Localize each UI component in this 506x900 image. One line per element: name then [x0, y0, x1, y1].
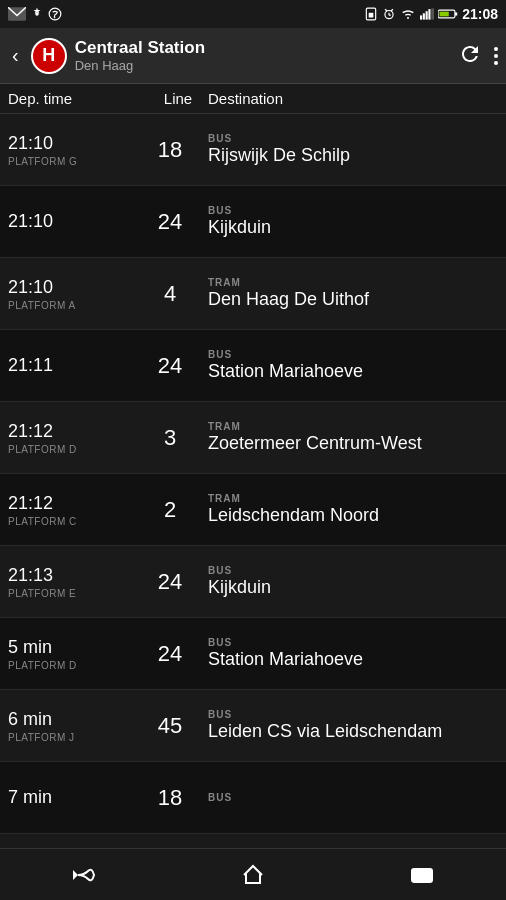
line-number: 45 — [158, 713, 182, 739]
svg-rect-13 — [429, 9, 431, 20]
line-number: 24 — [158, 569, 182, 595]
column-headers: Dep. time Line Destination — [0, 84, 506, 114]
svg-rect-17 — [440, 12, 449, 17]
dep-platform: PLATFORM A — [8, 300, 132, 311]
col-header-dep: Dep. time — [8, 90, 148, 107]
dep-platform: PLATFORM J — [8, 732, 132, 743]
dep-platform: PLATFORM E — [8, 588, 132, 599]
status-icons-left — [8, 7, 62, 21]
line-number: 18 — [158, 137, 182, 163]
departure-row[interactable]: 21:12 PLATFORM D 3 TRAM Zoetermeer Centr… — [0, 402, 506, 474]
status-time: 21:08 — [462, 6, 498, 22]
line-number: 24 — [158, 209, 182, 235]
gmail-icon — [8, 7, 26, 21]
transport-type: TRAM — [208, 493, 498, 504]
line-number: 3 — [164, 425, 176, 451]
line-number: 4 — [164, 281, 176, 307]
more-options-button[interactable] — [494, 47, 498, 65]
dep-line-col: 18 — [140, 114, 200, 185]
dep-time-col: 6 min PLATFORM J — [0, 690, 140, 761]
dep-line-col: 24 — [140, 186, 200, 257]
dep-line-col: 18 — [140, 762, 200, 833]
departure-row[interactable]: 21:11 24 BUS Station Mariahoeve — [0, 330, 506, 402]
dep-platform: PLATFORM C — [8, 516, 132, 527]
dep-time: 7 min — [8, 787, 132, 808]
dep-dest-col: BUS Rijswijk De Schilp — [200, 114, 506, 185]
transport-type: BUS — [208, 349, 498, 360]
dep-time: 6 min — [8, 709, 132, 730]
transport-type: TRAM — [208, 277, 498, 288]
line-number: 24 — [158, 353, 182, 379]
signal-icon — [420, 8, 434, 20]
dep-dest-col: TRAM Leidschendam Noord — [200, 474, 506, 545]
dep-line-col: 2 — [140, 474, 200, 545]
dep-line-col: 24 — [140, 546, 200, 617]
line-number: 18 — [158, 785, 182, 811]
dep-time: 21:11 — [8, 355, 132, 376]
nav-home-button[interactable] — [169, 849, 338, 900]
app-bar: ‹ H Centraal Station Den Haag — [0, 28, 506, 84]
dest-name: Leidschendam Noord — [208, 505, 498, 527]
line-number: 24 — [158, 641, 182, 667]
departure-row[interactable]: 21:10 PLATFORM G 18 BUS Rijswijk De Schi… — [0, 114, 506, 186]
dep-time: 5 min — [8, 637, 132, 658]
dep-dest-col: BUS — [200, 762, 506, 833]
departure-row[interactable]: 21:10 24 BUS Kijkduin — [0, 186, 506, 258]
departure-row[interactable]: 7 min 18 BUS — [0, 762, 506, 834]
transport-type: BUS — [208, 792, 498, 803]
departure-row[interactable]: 6 min PLATFORM J 45 BUS Leiden CS via Le… — [0, 690, 506, 762]
dep-time-col: 21:12 PLATFORM C — [0, 474, 140, 545]
nav-recents-button[interactable] — [337, 849, 506, 900]
dest-name: Zoetermeer Centrum-West — [208, 433, 498, 455]
svg-rect-14 — [431, 8, 434, 19]
nav-bar — [0, 848, 506, 900]
transport-type: BUS — [208, 637, 498, 648]
transport-type: BUS — [208, 133, 498, 144]
dep-dest-col: TRAM Zoetermeer Centrum-West — [200, 402, 506, 473]
departure-row[interactable]: 21:12 PLATFORM C 2 TRAM Leidschendam Noo… — [0, 474, 506, 546]
dep-time-col: 21:11 — [0, 330, 140, 401]
svg-line-8 — [385, 9, 387, 11]
app-bar-subtitle: Den Haag — [75, 58, 450, 73]
dest-name: Den Haag De Uithof — [208, 289, 498, 311]
col-header-line: Line — [148, 90, 208, 107]
departure-row[interactable]: 21:13 PLATFORM E 24 BUS Kijkduin — [0, 546, 506, 618]
dep-time-col: 21:13 PLATFORM E — [0, 546, 140, 617]
app-bar-actions — [458, 42, 498, 70]
sim-icon — [364, 7, 378, 21]
status-icons-right: 21:08 — [364, 6, 498, 22]
dest-name: Kijkduin — [208, 577, 498, 599]
dest-name: Station Mariahoeve — [208, 649, 498, 671]
dep-time: 21:12 — [8, 421, 132, 442]
svg-rect-16 — [455, 12, 457, 15]
dep-time-col: 7 min — [0, 762, 140, 833]
nav-back-button[interactable] — [0, 849, 169, 900]
dep-time-col: 21:10 PLATFORM A — [0, 258, 140, 329]
dep-dest-col: TRAM Den Haag De Uithof — [200, 258, 506, 329]
dep-platform: PLATFORM G — [8, 156, 132, 167]
dep-platform: PLATFORM D — [8, 444, 132, 455]
svg-rect-11 — [423, 13, 425, 19]
dep-dest-col: BUS Leiden CS via Leidschendam — [200, 690, 506, 761]
dep-time-col: 5 min PLATFORM D — [0, 618, 140, 689]
transport-type: BUS — [208, 565, 498, 576]
dep-line-col: 4 — [140, 258, 200, 329]
departure-row[interactable]: 21:10 PLATFORM A 4 TRAM Den Haag De Uith… — [0, 258, 506, 330]
back-button[interactable]: ‹ — [8, 40, 23, 71]
svg-line-9 — [391, 9, 393, 11]
transport-type: BUS — [208, 709, 498, 720]
dep-time: 21:10 — [8, 277, 132, 298]
dep-time: 21:10 — [8, 133, 132, 154]
dep-platform: PLATFORM D — [8, 660, 132, 671]
departure-row[interactable]: 5 min PLATFORM D 24 BUS Station Mariahoe… — [0, 618, 506, 690]
dep-dest-col: BUS Kijkduin — [200, 546, 506, 617]
refresh-button[interactable] — [458, 42, 482, 70]
dest-name: Kijkduin — [208, 217, 498, 239]
svg-rect-12 — [426, 11, 428, 19]
battery-icon — [438, 8, 458, 20]
dep-dest-col: BUS Kijkduin — [200, 186, 506, 257]
app-bar-titles: Centraal Station Den Haag — [75, 38, 450, 73]
dep-time: 21:10 — [8, 211, 132, 232]
transport-type: TRAM — [208, 421, 498, 432]
dep-line-col: 24 — [140, 330, 200, 401]
